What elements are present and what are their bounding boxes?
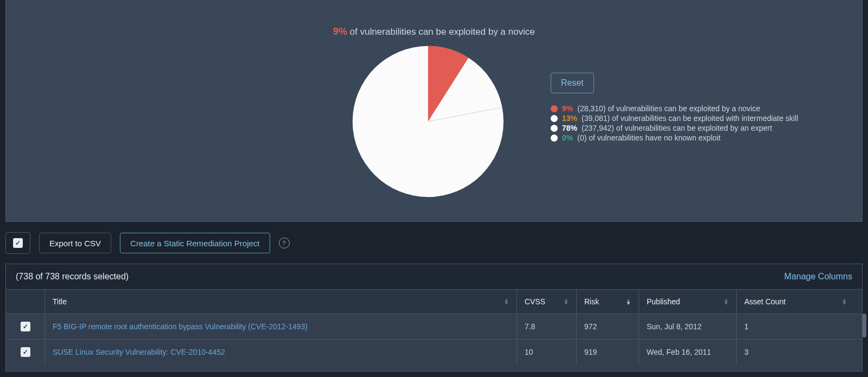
legend-swatch bbox=[551, 105, 558, 112]
create-remediation-button[interactable]: Create a Static Remediation Project bbox=[120, 233, 270, 253]
cell-published: Wed, Feb 16, 2011 bbox=[639, 340, 737, 365]
col-header-published[interactable]: Published▲▼ bbox=[639, 290, 737, 314]
results-table: (738 of 738 records selected) Manage Col… bbox=[5, 264, 863, 372]
col-header-risk[interactable]: Risk▲▼ bbox=[577, 290, 639, 314]
headline-pct: 9% bbox=[333, 26, 347, 37]
row-checkbox[interactable]: ✓ bbox=[6, 314, 45, 339]
chart-panel: 9% of vulnerabilities can be exploited b… bbox=[5, 0, 863, 222]
vuln-link[interactable]: F5 BIG-IP remote root authentication byp… bbox=[53, 322, 308, 331]
legend-swatch bbox=[551, 135, 558, 142]
table-row[interactable]: ✓SUSE Linux Security Vulnerability: CVE-… bbox=[6, 339, 862, 365]
pie-chart[interactable] bbox=[351, 44, 505, 199]
legend-text: (39,081) of vulnerabilities can be explo… bbox=[582, 114, 798, 123]
check-icon: ✓ bbox=[21, 347, 30, 357]
action-toolbar: ✓ Export to CSV Create a Static Remediat… bbox=[5, 228, 863, 258]
table-header-row: Title▲▼ CVSS▲▼ Risk▲▼ Published▲▼ Asset … bbox=[6, 289, 862, 314]
cell-risk: 919 bbox=[577, 340, 639, 365]
headline-rest: of vulnerabilities can be exploited by a… bbox=[347, 27, 535, 37]
legend-text: (0) of vulnerabilities have no known exp… bbox=[577, 133, 720, 142]
legend-text: (237,942) of vulnerabilities can be expl… bbox=[582, 124, 772, 132]
legend-item[interactable]: 13% (39,081) of vulnerabilities can be e… bbox=[551, 114, 798, 123]
legend-item[interactable]: 9% (28,310) of vulnerabilities can be ex… bbox=[551, 104, 798, 113]
table-body: ✓F5 BIG-IP remote root authentication by… bbox=[6, 314, 862, 371]
scrollbar-thumb[interactable] bbox=[862, 314, 866, 337]
info-icon[interactable]: ? bbox=[279, 238, 290, 248]
sort-icon: ▲▼ bbox=[504, 298, 509, 305]
reset-button[interactable]: Reset bbox=[551, 73, 594, 93]
table-topbar: (738 of 738 records selected) Manage Col… bbox=[6, 264, 862, 289]
legend-pct: 78% bbox=[562, 124, 577, 132]
legend-pct: 9% bbox=[562, 104, 573, 113]
cell-cvss: 10 bbox=[517, 340, 577, 365]
sort-icon: ▲▼ bbox=[626, 298, 631, 305]
chart-legend: 9% (28,310) of vulnerabilities can be ex… bbox=[551, 104, 798, 143]
sort-icon: ▲▼ bbox=[724, 298, 729, 305]
vuln-link[interactable]: SUSE Linux Security Vulnerability: CVE-2… bbox=[53, 348, 225, 356]
cell-cvss: 7.8 bbox=[517, 314, 577, 339]
legend-text: (28,310) of vulnerabilities can be explo… bbox=[577, 104, 760, 113]
cell-title: F5 BIG-IP remote root authentication byp… bbox=[45, 314, 517, 339]
legend-pct: 13% bbox=[562, 114, 577, 123]
cell-risk: 972 bbox=[577, 314, 639, 339]
col-header-title[interactable]: Title▲▼ bbox=[45, 290, 517, 314]
col-header-checkbox bbox=[6, 290, 45, 314]
cell-asset-count: 3 bbox=[737, 340, 862, 365]
legend-swatch bbox=[551, 125, 558, 132]
legend-item[interactable]: 0% (0) of vulnerabilities have no known … bbox=[551, 133, 798, 142]
col-header-asset-count[interactable]: Asset Count▲▼ bbox=[737, 290, 862, 314]
selection-count: (738 of 738 records selected) bbox=[16, 272, 129, 282]
sort-icon: ▲▼ bbox=[842, 298, 847, 305]
table-row[interactable]: ✓F5 BIG-IP remote root authentication by… bbox=[6, 314, 862, 339]
cell-asset-count: 1 bbox=[737, 314, 862, 339]
legend-item[interactable]: 78% (237,942) of vulnerabilities can be … bbox=[551, 124, 798, 132]
row-checkbox[interactable]: ✓ bbox=[6, 340, 45, 365]
col-header-cvss[interactable]: CVSS▲▼ bbox=[517, 290, 577, 314]
chart-headline: 9% of vulnerabilities can be exploited b… bbox=[6, 26, 862, 37]
legend-pct: 0% bbox=[562, 133, 573, 142]
legend-swatch bbox=[551, 115, 558, 122]
select-all-toggle[interactable]: ✓ bbox=[5, 232, 30, 254]
sort-icon: ▲▼ bbox=[564, 298, 569, 305]
check-icon: ✓ bbox=[13, 238, 23, 248]
manage-columns-link[interactable]: Manage Columns bbox=[784, 272, 852, 282]
cell-title: SUSE Linux Security Vulnerability: CVE-2… bbox=[45, 340, 517, 365]
export-csv-button[interactable]: Export to CSV bbox=[39, 233, 111, 253]
cell-published: Sun, Jul 8, 2012 bbox=[639, 314, 737, 339]
check-icon: ✓ bbox=[21, 322, 30, 331]
